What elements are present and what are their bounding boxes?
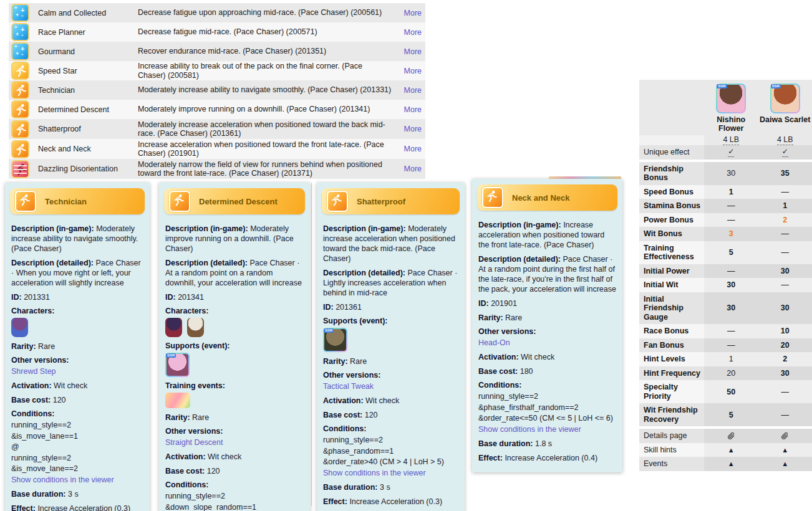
condition-code: running_style==2&down_slope_random==1: [165, 492, 304, 511]
section-label: Other versions:: [478, 327, 616, 337]
debuff-line: [14, 173, 27, 174]
section-label: Other versions:: [11, 356, 143, 365]
stat-row: Initial Wit30—: [639, 278, 812, 292]
skill-row: ++++GourmandRecover endurance mid-race. …: [9, 42, 425, 61]
stat-value: 20: [704, 366, 758, 381]
more-link[interactable]: More: [400, 47, 422, 56]
stat-label: Race Bonus: [639, 324, 704, 338]
card-divider-line: [311, 183, 312, 506]
runner-glyph: [14, 64, 27, 78]
more-link[interactable]: More: [400, 145, 422, 153]
stat-row: Race Bonus—10: [639, 324, 812, 338]
character-sprite[interactable]: [11, 318, 28, 337]
support-card-icon[interactable]: SSR: [323, 328, 347, 352]
stat-value: 30: [758, 264, 812, 279]
more-link[interactable]: More: [400, 105, 422, 114]
show-conditions-link[interactable]: Show conditions in the viewer: [11, 475, 114, 484]
ssr-badge: SSR: [717, 84, 727, 88]
field-label: ID:: [478, 299, 491, 308]
sparkle-glyph: +: [21, 33, 24, 37]
unique-effect-label: Unique effect: [639, 145, 704, 160]
field-label: Base cost:: [165, 467, 207, 475]
skill-description: Moderately increase acceleration when po…: [138, 120, 400, 138]
skill-card-header: Technician: [10, 188, 145, 214]
skill-description: Moderately improve running on a downhill…: [138, 105, 400, 114]
runner-glyph: [485, 189, 498, 203]
unique-effect-check[interactable]: ✓: [728, 147, 734, 157]
runner-glyph: [329, 193, 343, 207]
condition-line: &is_move_lane==2: [11, 464, 143, 474]
skill-row: ++++Race PlannerDecrease fatigue mid-rac…: [9, 22, 425, 42]
training-event-icon[interactable]: [165, 393, 190, 408]
recovery-skill-icon: ++++: [11, 4, 29, 22]
expand-toggle[interactable]: ▲: [781, 446, 788, 454]
details-page-link[interactable]: [727, 432, 735, 440]
other-version-link[interactable]: Straight Descent: [165, 438, 223, 447]
unique-effect-check[interactable]: ✓: [782, 147, 788, 157]
field-label: Effect:: [478, 454, 505, 462]
other-version-link[interactable]: Head-On: [478, 338, 510, 347]
limit-break-value[interactable]: 4 LB: [723, 135, 739, 145]
other-version-link[interactable]: Shrewd Step: [11, 367, 56, 376]
field-label: Activation:: [323, 396, 365, 405]
field-label: Activation:: [165, 452, 208, 461]
stat-value: 1: [758, 199, 812, 213]
more-link[interactable]: More: [400, 67, 422, 75]
debuff-skill-icon: [11, 160, 29, 178]
more-link[interactable]: More: [400, 125, 422, 133]
more-link[interactable]: More: [400, 86, 422, 95]
show-conditions-link[interactable]: Show conditions in the viewer: [323, 469, 426, 477]
stat-row: Initial Power—30: [639, 264, 812, 279]
footer-cell: ▲: [758, 457, 812, 471]
skill-list: ++++Calm and CollectedDecrease fatigue u…: [9, 3, 425, 179]
detail-field: Effect: Increase Acceleration (0.3): [323, 497, 458, 507]
details-page-link[interactable]: [781, 432, 789, 440]
support-avatar[interactable]: SSR: [716, 84, 746, 113]
stat-row: Specialty Priority50—: [639, 380, 812, 403]
stat-value: 30: [758, 366, 812, 381]
expand-toggle[interactable]: ▲: [781, 460, 788, 467]
support-name: Nishino Flower: [704, 115, 758, 133]
debuff-line: [14, 169, 27, 170]
more-link[interactable]: More: [400, 9, 422, 17]
support-avatar[interactable]: SSR: [770, 84, 800, 113]
runner-skill-icon: [169, 191, 190, 212]
detail-field: Base cost: 120: [165, 466, 304, 476]
footer-cell: [758, 429, 812, 443]
show-conditions-link[interactable]: Show conditions in the viewer: [478, 425, 581, 434]
skill-name: Dazzling Disorientation: [38, 165, 138, 173]
footer-label: Skill hints: [639, 443, 704, 457]
limit-break-value[interactable]: 4 LB: [777, 135, 793, 145]
stat-value: —: [704, 213, 758, 227]
event-sprites: [165, 393, 304, 408]
skill-name: Determined Descent: [38, 105, 138, 114]
sparkle-glyph: +: [21, 52, 24, 56]
more-link[interactable]: More: [400, 165, 422, 173]
stat-label: Hint Levels: [639, 352, 704, 366]
skill-description: Decrease fatigue upon approaching mid-ra…: [138, 8, 400, 17]
detail-field: ID: 201341: [165, 292, 304, 302]
limit-break-cell: 4 LB: [758, 135, 812, 145]
stat-value: 30: [704, 162, 758, 185]
stat-value: —: [704, 264, 758, 279]
character-sprite[interactable]: [187, 318, 204, 337]
support-card-icon[interactable]: SSR: [165, 353, 190, 377]
stat-label: Specialty Priority: [639, 380, 704, 403]
character-sprite[interactable]: [165, 318, 182, 337]
stat-row: Hint Levels12: [639, 352, 812, 366]
footer-row: Events▲▲: [639, 457, 812, 471]
more-link[interactable]: More: [400, 28, 422, 37]
field-label: Description (detailed):: [478, 255, 563, 264]
unique-effect-cell: ✓: [758, 145, 812, 160]
character-sprites: [165, 318, 304, 337]
limit-break-spacer: [639, 135, 704, 145]
expand-toggle[interactable]: ▲: [728, 446, 735, 454]
condition-line: &is_move_lane==1: [11, 432, 143, 442]
other-version-link[interactable]: Tactical Tweak: [323, 382, 374, 391]
expand-toggle[interactable]: ▲: [728, 460, 735, 467]
sparkle-glyph: +: [16, 13, 19, 17]
field-label: Rarity:: [165, 413, 192, 422]
skill-row: ShatterproofModerately increase accelera…: [9, 119, 425, 139]
compare-column-header: SSRDaiwa Scarlet: [758, 84, 812, 133]
limit-break-cell: 4 LB: [704, 135, 758, 145]
